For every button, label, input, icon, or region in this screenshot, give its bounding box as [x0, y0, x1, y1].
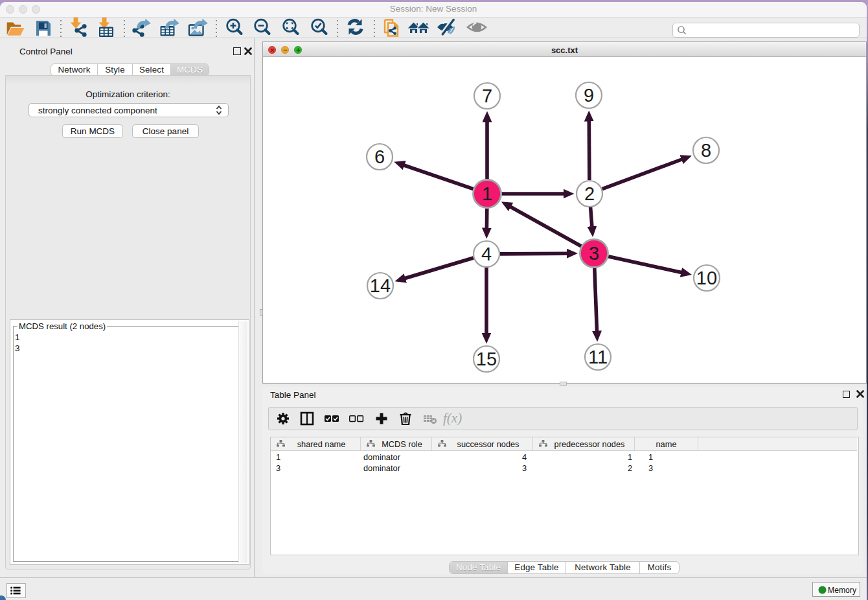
svg-text:f(x): f(x): [443, 411, 462, 426]
svg-text:10: 10: [696, 268, 717, 288]
svg-text:14: 14: [370, 275, 391, 296]
svg-text:2: 2: [584, 183, 595, 204]
svg-text:3: 3: [589, 243, 599, 264]
svg-text:7: 7: [482, 86, 492, 106]
svg-text:8: 8: [701, 140, 711, 161]
svg-text:6: 6: [374, 146, 385, 167]
svg-text:1: 1: [482, 183, 492, 204]
svg-text:9: 9: [584, 85, 594, 106]
svg-text:11: 11: [588, 347, 608, 367]
svg-text:15: 15: [476, 349, 497, 369]
svg-text:4: 4: [481, 244, 492, 264]
